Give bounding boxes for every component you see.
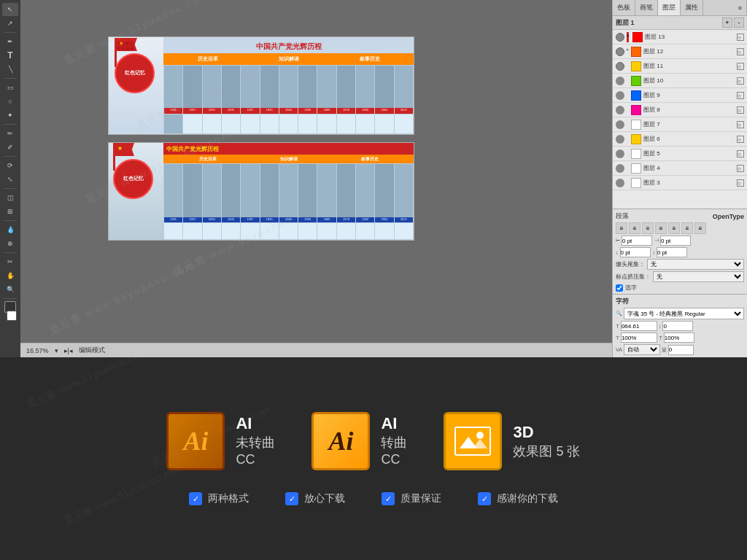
rect-tool[interactable]: ▭ — [2, 81, 18, 94]
tab-brushes[interactable]: 画笔 — [635, 0, 658, 15]
banner-bottom: ★ 红色记忆 中国共产党光辉历程 历史 — [108, 142, 414, 241]
layer-item-13[interactable]: ▸ 图层 13 ○ — [613, 30, 747, 44]
layer-lock-8[interactable]: ○ — [737, 106, 744, 114]
layer-item-6[interactable]: 图层 6 ○ — [613, 132, 747, 147]
layer-lock-3[interactable]: ○ — [737, 179, 744, 187]
hand-tool[interactable]: ✋ — [2, 269, 18, 282]
canvas-area[interactable]: 觅元素 www.51yuansu.com 觅元素 www.51yuansu.co… — [20, 0, 612, 357]
layer-visibility-13[interactable] — [616, 33, 624, 42]
leading-input[interactable] — [662, 321, 693, 331]
text-tool[interactable]: T — [2, 49, 18, 62]
layer-name-4: 图层 4 — [643, 164, 735, 172]
align-left[interactable]: ≡ — [616, 222, 627, 234]
layer-expand-13: ▸ — [627, 32, 629, 42]
illustrator-canvas-area: ↖ ↗ ✒ T ╲ ▭ ○ ✦ ✏ ✐ ⟳ ⤡ ◫ ⊞ 💧 ⊕ ✂ ✋ 🔍 觅元… — [0, 0, 747, 357]
layer-visibility-3[interactable] — [616, 179, 624, 187]
layers-add-button[interactable]: + — [722, 18, 732, 28]
align-right[interactable]: ≡ — [642, 222, 654, 234]
scale-v-input[interactable] — [664, 332, 694, 343]
mesh-tool[interactable]: ⊞ — [2, 205, 18, 218]
char-header: 字符 — [616, 297, 744, 306]
align-justify-all[interactable]: ≡ — [668, 222, 680, 234]
layer-item-10[interactable]: 图层 10 ○ — [613, 74, 747, 88]
layer-lock-7[interactable]: ○ — [737, 121, 744, 128]
tab-swatches[interactable]: 色板 — [613, 0, 635, 15]
align-justify-force[interactable]: ≡ — [681, 222, 693, 234]
layer-item-12[interactable]: ▸ 图层 12 ○ — [613, 44, 747, 59]
layer-lock-9[interactable]: ○ — [737, 92, 744, 99]
right-indent-input[interactable] — [660, 236, 691, 246]
caps-select[interactable]: 无 — [647, 259, 744, 270]
tab-layers[interactable]: 图层 — [658, 0, 681, 15]
warptext-checkbox[interactable] — [616, 284, 623, 292]
layer-item-7[interactable]: 图层 7 ○ — [613, 117, 747, 132]
scale-tool[interactable]: ⤡ — [2, 173, 18, 186]
space-before-input[interactable] — [620, 247, 651, 257]
blend-tool[interactable]: ⊕ — [2, 237, 18, 250]
zoom-tool[interactable]: 🔍 — [2, 283, 18, 296]
layer-visibility-11[interactable] — [616, 62, 624, 71]
kerning-select[interactable]: 自动 — [624, 344, 660, 355]
layer-visibility-10[interactable] — [616, 77, 624, 85]
layer-name-8: 图层 8 — [643, 106, 735, 114]
rotate-tool[interactable]: ⟳ — [2, 159, 18, 172]
align-justify[interactable]: ≡ — [655, 222, 667, 234]
rotate-input[interactable] — [668, 345, 694, 355]
layers-delete-button[interactable]: - — [734, 18, 744, 28]
layer-visibility-7[interactable] — [616, 120, 624, 129]
stroke-color[interactable] — [7, 311, 17, 321]
gradient-tool[interactable]: ◫ — [2, 191, 18, 204]
toolbar-separator-7 — [4, 252, 17, 253]
panel-menu[interactable]: ≡ — [734, 0, 747, 15]
layer-expand-3 — [627, 178, 629, 188]
space-after-input[interactable] — [657, 247, 687, 257]
direct-select-tool[interactable]: ↗ — [2, 17, 18, 30]
scale-h-input[interactable] — [621, 332, 657, 343]
brush-tool[interactable]: ✏ — [2, 127, 18, 140]
layer-lock-13[interactable]: ○ — [737, 34, 744, 41]
line-tool[interactable]: ╲ — [2, 63, 18, 76]
layer-visibility-6[interactable] — [616, 135, 624, 144]
pen-tool[interactable]: ✒ — [2, 35, 18, 48]
font-family-select[interactable]: 字魂 35 号 - 经典雅黑 Regular — [624, 308, 744, 319]
left-indent-input[interactable] — [622, 236, 652, 246]
layer-visibility-8[interactable] — [616, 106, 624, 114]
tab-properties[interactable]: 属性 — [681, 0, 703, 15]
layer-lock-11[interactable]: ○ — [737, 63, 744, 70]
layer-visibility-4[interactable] — [616, 164, 624, 173]
layer-item-3[interactable]: 图层 3 ○ — [613, 176, 747, 190]
banner-bottom-cell-1: 1921 — [164, 164, 182, 222]
layer-visibility-12[interactable] — [616, 47, 624, 56]
layer-item-4[interactable]: 图层 4 ○ — [613, 161, 747, 176]
font-size-input[interactable] — [621, 321, 657, 331]
layer-item-8[interactable]: 图层 8 ○ — [613, 103, 747, 117]
star-tool[interactable]: ✦ — [2, 109, 18, 122]
layers-list[interactable]: ▸ 图层 13 ○ ▸ 图层 12 ○ 图层 11 ○ — [613, 30, 747, 209]
bc2-6 — [260, 223, 279, 239]
bc2-13 — [395, 223, 413, 239]
layers-title: 图层 1 — [616, 18, 635, 28]
bottom-nav-1: 历史沿革 — [199, 156, 217, 163]
layer-lock-10[interactable]: ○ — [737, 77, 744, 85]
eyedropper-tool[interactable]: 💧 — [2, 223, 18, 236]
layer-lock-5[interactable]: ○ — [737, 150, 744, 158]
layer-item-5[interactable]: 图层 5 ○ — [613, 147, 747, 161]
layer-item-9[interactable]: 图层 9 ○ — [613, 88, 747, 103]
scissors-tool[interactable]: ✂ — [2, 255, 18, 268]
layer-visibility-5[interactable] — [616, 149, 624, 158]
layer-lock-6[interactable]: ○ — [737, 136, 744, 143]
select-tool[interactable]: ↖ — [2, 3, 18, 16]
layer-lock-12[interactable]: ○ — [737, 48, 744, 55]
layer-visibility-9[interactable] — [616, 91, 624, 100]
pencil-tool[interactable]: ✐ — [2, 141, 18, 154]
align-center[interactable]: ≡ — [629, 222, 640, 234]
layer-lock-4[interactable]: ○ — [737, 165, 744, 172]
align-last[interactable]: ≡ — [694, 222, 706, 234]
ai-icon-light: Ai — [311, 412, 370, 470]
product-item-ai-dark: Ai AI 未转曲 CC — [166, 412, 275, 470]
ellipse-tool[interactable]: ○ — [2, 95, 18, 108]
layer-item-11[interactable]: 图层 11 ○ — [613, 59, 747, 74]
punct-select[interactable]: 无 — [653, 271, 744, 282]
feature-label-thanks: 感谢你的下载 — [497, 492, 558, 505]
layer-color-6 — [631, 134, 641, 144]
